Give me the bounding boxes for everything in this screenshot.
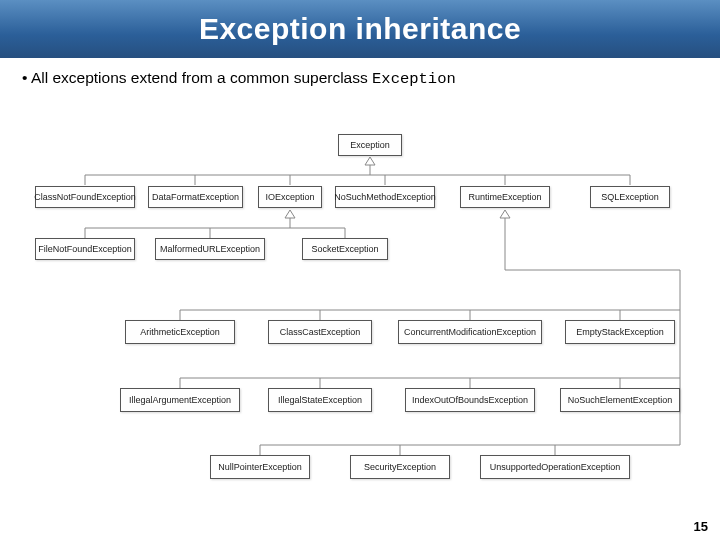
node-exception: Exception — [338, 134, 402, 156]
svg-marker-0 — [365, 157, 375, 165]
node-nosuchelem: NoSuchElementException — [560, 388, 680, 412]
node-unsupportedop: UnsupportedOperationException — [480, 455, 630, 479]
title-banner: Exception inheritance — [0, 0, 720, 58]
diagram-connectors — [0, 110, 720, 490]
node-sql: SQLException — [590, 186, 670, 208]
page-number: 15 — [694, 519, 708, 534]
node-nullpointer: NullPointerException — [210, 455, 310, 479]
node-arithmetic: ArithmeticException — [125, 320, 235, 344]
node-classnotfound: ClassNotFoundException — [35, 186, 135, 208]
node-illegalstate: IllegalStateException — [268, 388, 372, 412]
bullet-text: • All exceptions extend from a common su… — [0, 58, 720, 89]
node-nosuchmethod: NoSuchMethodException — [335, 186, 435, 208]
node-indexoob: IndexOutOfBoundsException — [405, 388, 535, 412]
node-emptystack: EmptyStackException — [565, 320, 675, 344]
node-classcast: ClassCastException — [268, 320, 372, 344]
svg-marker-9 — [285, 210, 295, 218]
node-security: SecurityException — [350, 455, 450, 479]
node-illegalarg: IllegalArgumentException — [120, 388, 240, 412]
page-title: Exception inheritance — [199, 12, 521, 46]
node-filenotfound: FileNotFoundException — [35, 238, 135, 260]
bullet-prefix: • All exceptions extend from a common su… — [22, 69, 372, 86]
node-socket: SocketException — [302, 238, 388, 260]
bullet-code: Exception — [372, 70, 456, 88]
node-runtime: RuntimeException — [460, 186, 550, 208]
class-diagram: Exception ClassNotFoundException DataFor… — [0, 110, 720, 490]
node-ioexception: IOException — [258, 186, 322, 208]
node-malformedurl: MalformedURLException — [155, 238, 265, 260]
svg-marker-15 — [500, 210, 510, 218]
node-concurrentmod: ConcurrentModificationException — [398, 320, 542, 344]
node-dataformat: DataFormatException — [148, 186, 243, 208]
